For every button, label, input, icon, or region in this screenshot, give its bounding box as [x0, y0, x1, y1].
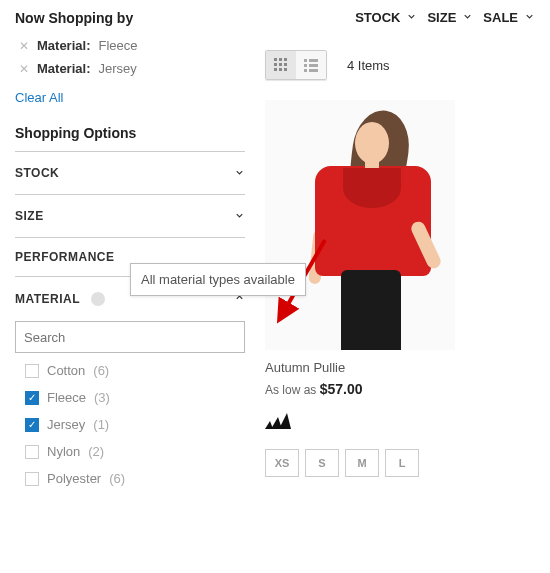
remove-filter-icon[interactable]: ✕	[19, 62, 29, 76]
top-filter-sale[interactable]: SALE	[483, 10, 535, 25]
top-filter-label: SALE	[483, 10, 518, 25]
svg-rect-8	[284, 68, 287, 71]
item-count: 4 Items	[347, 58, 390, 73]
material-label: Fleece	[47, 390, 86, 405]
now-shopping-title: Now Shopping by	[15, 10, 245, 26]
facet-label: MATERIAL	[15, 292, 80, 306]
size-swatch-s[interactable]: S	[305, 449, 339, 477]
material-count: (1)	[93, 417, 109, 432]
svg-rect-9	[304, 59, 307, 62]
chevron-down-icon	[234, 164, 245, 182]
facet-label: PERFORMANCE	[15, 250, 115, 264]
price-prefix: As low as	[265, 383, 320, 397]
chevron-down-icon	[234, 207, 245, 225]
svg-rect-4	[279, 63, 282, 66]
material-option-jersey[interactable]: ✓ Jersey (1)	[25, 417, 245, 432]
checkbox-checked-icon[interactable]: ✓	[25, 418, 39, 432]
top-filter-label: SIZE	[427, 10, 456, 25]
material-option-nylon[interactable]: Nylon (2)	[25, 444, 245, 459]
applied-filter-value: Jersey	[98, 61, 136, 76]
chevron-down-icon	[406, 10, 417, 25]
material-count: (3)	[94, 390, 110, 405]
top-filter-label: STOCK	[355, 10, 400, 25]
svg-rect-5	[284, 63, 287, 66]
size-swatch-m[interactable]: M	[345, 449, 379, 477]
material-option-cotton[interactable]: Cotton (6)	[25, 363, 245, 378]
remove-filter-icon[interactable]: ✕	[19, 39, 29, 53]
view-switcher	[265, 50, 327, 80]
material-label: Polyester	[47, 471, 101, 486]
shopping-options-title: Shopping Options	[15, 125, 245, 141]
applied-filter: ✕ Material: Fleece	[15, 38, 245, 53]
svg-rect-12	[309, 64, 318, 67]
svg-rect-6	[274, 68, 277, 71]
checkbox-checked-icon[interactable]: ✓	[25, 391, 39, 405]
size-swatches: XS S M L	[265, 449, 535, 477]
material-label: Jersey	[47, 417, 85, 432]
info-icon[interactable]	[91, 292, 105, 306]
chevron-down-icon	[462, 10, 473, 25]
product-price-row: As low as $57.00	[265, 381, 535, 397]
applied-filter-label: Material:	[37, 38, 90, 53]
svg-rect-3	[274, 63, 277, 66]
material-label: Cotton	[47, 363, 85, 378]
facet-label: STOCK	[15, 166, 59, 180]
tooltip: All material types available	[130, 263, 306, 296]
material-label: Nylon	[47, 444, 80, 459]
checkbox-icon[interactable]	[25, 445, 39, 459]
svg-rect-14	[309, 69, 318, 72]
checkbox-icon[interactable]	[25, 364, 39, 378]
top-filter-size[interactable]: SIZE	[427, 10, 473, 25]
material-count: (6)	[109, 471, 125, 486]
material-count: (2)	[88, 444, 104, 459]
facet-material[interactable]: MATERIAL All material types available	[15, 276, 245, 317]
svg-rect-11	[304, 64, 307, 67]
svg-rect-2	[284, 58, 287, 61]
applied-filter-label: Material:	[37, 61, 90, 76]
clear-all-link[interactable]: Clear All	[15, 90, 63, 105]
material-search[interactable]	[15, 321, 245, 353]
facet-stock[interactable]: STOCK	[15, 151, 245, 194]
material-count: (6)	[93, 363, 109, 378]
applied-filter: ✕ Material: Jersey	[15, 61, 245, 76]
svg-rect-13	[304, 69, 307, 72]
product-price: $57.00	[320, 381, 363, 397]
applied-filter-value: Fleece	[98, 38, 137, 53]
brand-logo-icon	[265, 413, 535, 433]
material-option-fleece[interactable]: ✓ Fleece (3)	[25, 390, 245, 405]
top-filter-stock[interactable]: STOCK	[355, 10, 417, 25]
grid-view-button[interactable]	[266, 51, 296, 79]
svg-rect-7	[279, 68, 282, 71]
checkbox-icon[interactable]	[25, 472, 39, 486]
search-input[interactable]	[24, 330, 236, 345]
size-swatch-l[interactable]: L	[385, 449, 419, 477]
svg-rect-1	[279, 58, 282, 61]
list-view-button[interactable]	[296, 51, 326, 79]
size-swatch-xs[interactable]: XS	[265, 449, 299, 477]
svg-rect-0	[274, 58, 277, 61]
chevron-down-icon	[524, 10, 535, 25]
facet-size[interactable]: SIZE	[15, 194, 245, 237]
material-option-polyester[interactable]: Polyester (6)	[25, 471, 245, 486]
svg-rect-10	[309, 59, 318, 62]
facet-label: SIZE	[15, 209, 44, 223]
product-image[interactable]	[265, 100, 455, 350]
model-figure	[265, 100, 455, 350]
product-name[interactable]: Autumn Pullie	[265, 360, 535, 375]
